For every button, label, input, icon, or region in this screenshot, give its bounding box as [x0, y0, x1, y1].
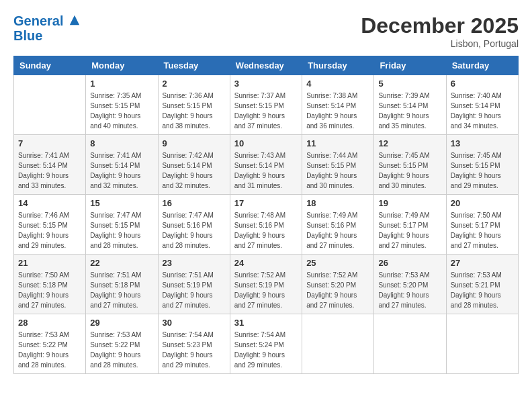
day-info: Sunrise: 7:42 AMSunset: 5:14 PMDaylight:…	[163, 150, 226, 191]
weekday-wednesday: Wednesday	[230, 56, 302, 75]
day-info: Sunrise: 7:49 AMSunset: 5:16 PMDaylight:…	[306, 210, 369, 250]
day-number: 12	[378, 138, 441, 148]
day-info: Sunrise: 7:43 AMSunset: 5:14 PMDaylight:…	[234, 150, 298, 191]
day-number: 27	[451, 258, 514, 268]
day-info: Sunrise: 7:51 AMSunset: 5:19 PMDaylight:…	[163, 270, 226, 310]
day-number: 18	[306, 198, 369, 208]
calendar-cell: 27Sunrise: 7:53 AMSunset: 5:21 PMDayligh…	[446, 255, 518, 314]
calendar-cell: 20Sunrise: 7:50 AMSunset: 5:17 PMDayligh…	[446, 195, 518, 255]
location-subtitle: Lisbon, Portugal	[361, 38, 519, 49]
day-number: 22	[90, 258, 153, 268]
day-info: Sunrise: 7:47 AMSunset: 5:15 PMDaylight:…	[90, 210, 153, 250]
calendar-cell: 13Sunrise: 7:45 AMSunset: 5:15 PMDayligh…	[446, 135, 518, 195]
day-number: 25	[306, 258, 369, 268]
day-number: 20	[451, 198, 514, 208]
calendar-cell: 26Sunrise: 7:53 AMSunset: 5:20 PMDayligh…	[374, 255, 446, 314]
day-number: 31	[234, 318, 298, 328]
calendar-cell: 8Sunrise: 7:41 AMSunset: 5:14 PMDaylight…	[86, 135, 158, 195]
day-number: 29	[90, 318, 153, 328]
day-info: Sunrise: 7:49 AMSunset: 5:17 PMDaylight:…	[378, 210, 441, 250]
calendar-cell: 21Sunrise: 7:50 AMSunset: 5:18 PMDayligh…	[14, 255, 86, 314]
calendar-cell: 28Sunrise: 7:53 AMSunset: 5:22 PMDayligh…	[14, 314, 86, 374]
weekday-saturday: Saturday	[446, 56, 518, 75]
weekday-monday: Monday	[86, 56, 158, 75]
calendar-cell: 7Sunrise: 7:41 AMSunset: 5:14 PMDaylight…	[14, 135, 86, 195]
calendar-table: SundayMondayTuesdayWednesdayThursdayFrid…	[13, 56, 519, 374]
day-number: 1	[90, 79, 153, 89]
calendar-body: 1Sunrise: 7:35 AMSunset: 5:15 PMDaylight…	[14, 75, 519, 374]
calendar-cell: 4Sunrise: 7:38 AMSunset: 5:14 PMDaylight…	[302, 75, 374, 135]
weekday-tuesday: Tuesday	[158, 56, 230, 75]
day-number: 6	[451, 79, 514, 89]
weekday-friday: Friday	[374, 56, 446, 75]
calendar-cell: 15Sunrise: 7:47 AMSunset: 5:15 PMDayligh…	[86, 195, 158, 255]
calendar-cell	[374, 314, 446, 374]
calendar-cell: 19Sunrise: 7:49 AMSunset: 5:17 PMDayligh…	[374, 195, 446, 255]
day-info: Sunrise: 7:52 AMSunset: 5:19 PMDaylight:…	[234, 270, 298, 310]
day-number: 15	[90, 198, 153, 208]
day-info: Sunrise: 7:50 AMSunset: 5:18 PMDaylight:…	[18, 270, 81, 310]
day-number: 19	[378, 198, 441, 208]
day-number: 2	[163, 79, 226, 89]
day-info: Sunrise: 7:36 AMSunset: 5:15 PMDaylight:…	[163, 91, 226, 131]
day-number: 16	[163, 198, 226, 208]
day-info: Sunrise: 7:44 AMSunset: 5:15 PMDaylight:…	[306, 150, 369, 191]
day-info: Sunrise: 7:52 AMSunset: 5:20 PMDaylight:…	[306, 270, 369, 310]
day-number: 8	[90, 138, 153, 148]
day-info: Sunrise: 7:45 AMSunset: 5:15 PMDaylight:…	[378, 150, 441, 191]
weekday-header-row: SundayMondayTuesdayWednesdayThursdayFrid…	[14, 56, 519, 75]
day-info: Sunrise: 7:38 AMSunset: 5:14 PMDaylight:…	[306, 91, 369, 131]
day-info: Sunrise: 7:51 AMSunset: 5:18 PMDaylight:…	[90, 270, 153, 310]
day-info: Sunrise: 7:48 AMSunset: 5:16 PMDaylight:…	[234, 210, 298, 250]
day-number: 11	[306, 138, 369, 148]
day-number: 7	[18, 138, 81, 148]
week-row-5: 28Sunrise: 7:53 AMSunset: 5:22 PMDayligh…	[14, 314, 519, 374]
day-info: Sunrise: 7:39 AMSunset: 5:14 PMDaylight:…	[378, 91, 441, 131]
day-number: 4	[306, 79, 369, 89]
day-number: 14	[18, 198, 81, 208]
day-info: Sunrise: 7:41 AMSunset: 5:14 PMDaylight:…	[18, 150, 81, 191]
day-info: Sunrise: 7:54 AMSunset: 5:23 PMDaylight:…	[163, 330, 226, 370]
day-number: 10	[234, 138, 298, 148]
calendar-cell	[302, 314, 374, 374]
calendar-cell: 10Sunrise: 7:43 AMSunset: 5:14 PMDayligh…	[230, 135, 302, 195]
calendar-cell: 16Sunrise: 7:47 AMSunset: 5:16 PMDayligh…	[158, 195, 230, 255]
week-row-3: 14Sunrise: 7:46 AMSunset: 5:15 PMDayligh…	[14, 195, 519, 255]
day-info: Sunrise: 7:40 AMSunset: 5:14 PMDaylight:…	[451, 91, 514, 131]
calendar-cell: 17Sunrise: 7:48 AMSunset: 5:16 PMDayligh…	[230, 195, 302, 255]
calendar-cell	[14, 75, 86, 135]
day-info: Sunrise: 7:53 AMSunset: 5:22 PMDaylight:…	[90, 330, 153, 370]
calendar-cell: 31Sunrise: 7:54 AMSunset: 5:24 PMDayligh…	[230, 314, 302, 374]
day-number: 13	[451, 138, 514, 148]
week-row-2: 7Sunrise: 7:41 AMSunset: 5:14 PMDaylight…	[14, 135, 519, 195]
calendar-cell: 5Sunrise: 7:39 AMSunset: 5:14 PMDaylight…	[374, 75, 446, 135]
week-row-1: 1Sunrise: 7:35 AMSunset: 5:15 PMDaylight…	[14, 75, 519, 135]
day-number: 17	[234, 198, 298, 208]
day-number: 9	[163, 138, 226, 148]
day-number: 3	[234, 79, 298, 89]
calendar-cell: 14Sunrise: 7:46 AMSunset: 5:15 PMDayligh…	[14, 195, 86, 255]
day-number: 24	[234, 258, 298, 268]
calendar-cell	[446, 314, 518, 374]
calendar-cell: 24Sunrise: 7:52 AMSunset: 5:19 PMDayligh…	[230, 255, 302, 314]
month-title: December 2025	[361, 13, 519, 38]
calendar-cell: 12Sunrise: 7:45 AMSunset: 5:15 PMDayligh…	[374, 135, 446, 195]
day-number: 23	[163, 258, 226, 268]
calendar-cell: 6Sunrise: 7:40 AMSunset: 5:14 PMDaylight…	[446, 75, 518, 135]
day-number: 28	[18, 318, 81, 328]
calendar-cell: 18Sunrise: 7:49 AMSunset: 5:16 PMDayligh…	[302, 195, 374, 255]
calendar-cell: 2Sunrise: 7:36 AMSunset: 5:15 PMDaylight…	[158, 75, 230, 135]
calendar-cell: 29Sunrise: 7:53 AMSunset: 5:22 PMDayligh…	[86, 314, 158, 374]
svg-marker-0	[70, 15, 79, 25]
day-info: Sunrise: 7:53 AMSunset: 5:20 PMDaylight:…	[378, 270, 441, 310]
day-info: Sunrise: 7:46 AMSunset: 5:15 PMDaylight:…	[18, 210, 81, 250]
day-number: 21	[18, 258, 81, 268]
day-info: Sunrise: 7:35 AMSunset: 5:15 PMDaylight:…	[90, 91, 153, 131]
calendar-cell: 11Sunrise: 7:44 AMSunset: 5:15 PMDayligh…	[302, 135, 374, 195]
day-info: Sunrise: 7:53 AMSunset: 5:21 PMDaylight:…	[451, 270, 514, 310]
day-number: 30	[163, 318, 226, 328]
logo-blue: Blue	[13, 28, 81, 43]
calendar-cell: 1Sunrise: 7:35 AMSunset: 5:15 PMDaylight…	[86, 75, 158, 135]
logo: General Blue	[13, 13, 81, 43]
title-block: December 2025 Lisbon, Portugal	[361, 13, 519, 49]
